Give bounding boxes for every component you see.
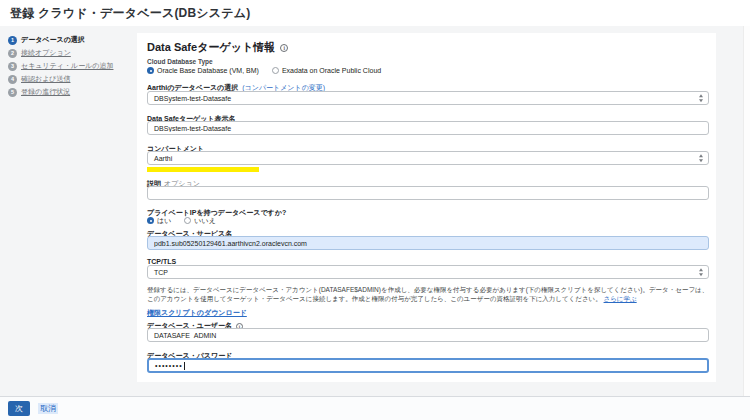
radio-private-ip-no[interactable] (184, 217, 191, 224)
database-select[interactable]: DBSystem-test-Datasafe (147, 91, 709, 105)
text-caret (184, 362, 185, 370)
cloud-db-type-radio-group: Oracle Base Database (VM, BM) Exadata on… (147, 66, 381, 75)
wizard-step-registration-progress[interactable]: 5 登録の進行状況 (8, 86, 134, 98)
radio-label-oracle-base: Oracle Base Database (VM, BM) (157, 67, 259, 74)
radio-label-yes: はい (157, 216, 171, 226)
private-ip-radio-group: はい いいえ (147, 216, 216, 225)
wizard-step-label: 登録の進行状況 (21, 87, 70, 97)
next-button[interactable]: 次 (8, 401, 30, 416)
info-icon[interactable]: i (280, 44, 288, 52)
wizard-step-add-security-rule[interactable]: 3 セキュリティ・ルールの追加 (8, 60, 134, 72)
cloud-db-type-label: Cloud Database Type (147, 58, 213, 65)
wizard-step-review-submit[interactable]: 4 確認および送信 (8, 73, 134, 85)
data-safe-target-panel: Data Safeターゲット情報 i Cloud Database Type O… (137, 33, 716, 382)
panel-title: Data Safeターゲット情報 (147, 40, 275, 55)
registration-instructions: 登録するには、データベースにデータベース・アカウント(DATASAFE$ADMI… (147, 286, 709, 303)
step-number-badge: 4 (8, 75, 17, 84)
db-password-masked-value: •••••••• (155, 362, 183, 369)
wizard-step-label: データベースの選択 (21, 35, 85, 45)
wizard-step-label: 接続オプション (21, 48, 71, 58)
select-spinner-icon (699, 268, 703, 276)
description-input[interactable] (147, 186, 709, 200)
radio-oracle-base-database[interactable] (147, 67, 154, 74)
cancel-link[interactable]: 取消 (38, 403, 58, 414)
register-cloud-database-screen: 登録 クラウド・データベース(DBシステム) 1 データベースの選択 2 接続オ… (0, 0, 750, 420)
download-privilege-script-link[interactable]: 権限スクリプトのダウンロード (147, 308, 247, 318)
radio-label-exadata: Exadata on Oracle Public Cloud (282, 67, 381, 74)
database-select-value: DBSystem-test-Datasafe (154, 95, 231, 102)
db-username-input[interactable] (147, 328, 709, 342)
wizard-step-connectivity-option[interactable]: 2 接続オプション (8, 47, 134, 59)
step-number-badge: 3 (8, 62, 17, 71)
tcp-tls-select-value: TCP (154, 269, 168, 276)
step-number-badge: 1 (8, 36, 17, 45)
step-number-badge: 2 (8, 49, 17, 58)
redacted-compartment-path-highlight (147, 167, 259, 172)
service-name-input[interactable] (147, 236, 709, 250)
wizard-footer: 次 取消 (0, 396, 750, 420)
wizard-steps-sidebar: 1 データベースの選択 2 接続オプション 3 セキュリティ・ルールの追加 4 … (8, 34, 134, 99)
tcp-tls-select[interactable]: TCP (147, 265, 709, 279)
select-spinner-icon (699, 94, 703, 102)
select-spinner-icon (699, 154, 703, 162)
db-password-input[interactable]: •••••••• (147, 358, 709, 373)
step-number-badge: 5 (8, 88, 17, 97)
wizard-step-label: セキュリティ・ルールの追加 (21, 61, 113, 71)
wizard-step-label: 確認および送信 (21, 74, 71, 84)
compartment-select-value: Aarthi (154, 155, 172, 162)
learn-more-link[interactable]: さらに学ぶ (604, 295, 637, 302)
radio-private-ip-yes[interactable] (147, 217, 154, 224)
compartment-select[interactable]: Aarthi (147, 151, 709, 165)
display-name-input[interactable] (147, 121, 709, 135)
radio-exadata-public-cloud[interactable] (272, 67, 279, 74)
scrollbar-track[interactable] (743, 26, 750, 396)
tcp-tls-label: TCP/TLS (147, 258, 176, 265)
page-title: 登録 クラウド・データベース(DBシステム) (10, 5, 250, 22)
wizard-step-select-database[interactable]: 1 データベースの選択 (8, 34, 134, 46)
radio-label-no: いいえ (194, 216, 216, 226)
